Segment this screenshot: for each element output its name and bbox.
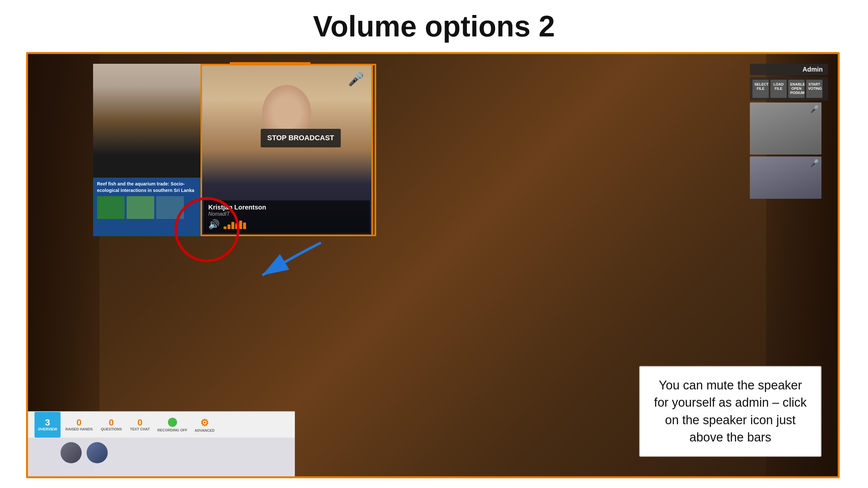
admin-label: Admin bbox=[750, 64, 828, 75]
speaker-name-overlay: Kristjan Lorentson NomadIT 🔊 bbox=[204, 200, 370, 233]
mute-icon: 🎤 bbox=[347, 70, 365, 88]
admin-video-2-mute-icon: 🎤 bbox=[810, 159, 819, 167]
speaker-audio-controls[interactable]: 🔊 bbox=[208, 219, 365, 230]
participant-avatar-1[interactable] bbox=[34, 442, 56, 463]
advanced-tab[interactable]: ⚙ ADVANCED bbox=[192, 412, 218, 437]
recording-indicator bbox=[168, 418, 177, 427]
speaker-org: NomadIT bbox=[208, 211, 365, 217]
annotation-text: You can mute the speaker for yourself as… bbox=[654, 378, 807, 444]
annotation-text-box: You can mute the speaker for yourself as… bbox=[639, 366, 822, 457]
start-voting-button[interactable]: START VOTING bbox=[806, 80, 823, 98]
recording-label: RECORDING OFF bbox=[157, 428, 187, 432]
speaker-audio-icon[interactable]: 🔊 bbox=[208, 219, 220, 230]
slide-images bbox=[97, 196, 196, 219]
main-speaker-video: 🎤 STOP BROADCAST Kristjan Lorentson Noma… bbox=[200, 64, 373, 236]
admin-video-2: 🎤 bbox=[750, 157, 822, 199]
slide-image-2 bbox=[127, 196, 154, 219]
slide-content-area: Reef fish and the aquarium trade: Socio-… bbox=[93, 177, 200, 236]
speaker-name: Kristjan Lorentson bbox=[208, 204, 365, 211]
gear-icon: ⚙ bbox=[200, 417, 209, 428]
overview-count: 3 bbox=[45, 418, 50, 427]
vol-bar-3 bbox=[231, 222, 234, 229]
admin-video-1-mute-icon: 🎤 bbox=[810, 105, 819, 113]
control-bar: 3 OVERVIEW 0 RAISED HANDS 0 QUESTIONS 0 … bbox=[28, 411, 295, 476]
participant-avatar-2[interactable] bbox=[61, 442, 82, 463]
select-file-button[interactable]: SELECT FILE bbox=[752, 80, 769, 98]
control-tabs-row: 3 OVERVIEW 0 RAISED HANDS 0 QUESTIONS 0 … bbox=[28, 412, 295, 438]
participant-avatar-3[interactable] bbox=[87, 442, 108, 463]
page-title: Volume options 2 bbox=[0, 0, 868, 50]
participant-list-row bbox=[28, 438, 295, 467]
admin-buttons-row: SELECT FILE LOAD FILE ENABLE OPEN PODIUM… bbox=[750, 77, 828, 100]
stop-broadcast-button[interactable]: STOP BROADCAST bbox=[261, 129, 341, 148]
overview-label: OVERVIEW bbox=[38, 427, 57, 431]
questions-count: 0 bbox=[109, 418, 114, 427]
text-chat-label: TEXT CHAT bbox=[130, 427, 150, 431]
vol-bar-2 bbox=[227, 225, 230, 229]
top-left-speaker-video bbox=[93, 64, 200, 177]
speaker-video-bg bbox=[93, 64, 200, 177]
vol-bar-6 bbox=[243, 223, 246, 229]
slide-image-1 bbox=[97, 196, 125, 219]
questions-label: QUESTIONS bbox=[101, 427, 122, 431]
admin-panel: Admin SELECT FILE LOAD FILE ENABLE OPEN … bbox=[750, 64, 828, 199]
raised-hands-label: RAISED HANDS bbox=[65, 427, 93, 431]
overview-tab[interactable]: 3 OVERVIEW bbox=[34, 412, 61, 437]
vol-bar-4 bbox=[235, 223, 238, 229]
advanced-label: ADVANCED bbox=[195, 428, 215, 432]
volume-bars bbox=[224, 220, 246, 229]
raised-hands-count: 0 bbox=[76, 418, 82, 427]
raised-hands-tab[interactable]: 0 RAISED HANDS bbox=[62, 412, 96, 437]
annotation-blue-arrow bbox=[230, 239, 328, 279]
enable-open-podium-button[interactable]: ENABLE OPEN PODIUM bbox=[788, 80, 805, 98]
text-chat-tab[interactable]: 0 TEXT CHAT bbox=[127, 412, 153, 437]
slide-title: Reef fish and the aquarium trade: Socio-… bbox=[97, 181, 196, 194]
slide-image-3 bbox=[156, 196, 184, 219]
text-chat-count: 0 bbox=[137, 418, 143, 427]
vol-bar-5 bbox=[239, 221, 242, 229]
questions-tab[interactable]: 0 QUESTIONS bbox=[98, 412, 125, 437]
vol-bar-1 bbox=[224, 226, 226, 229]
recording-tab[interactable]: RECORDING OFF bbox=[155, 412, 190, 437]
load-file-button[interactable]: LOAD FILE bbox=[770, 80, 787, 98]
admin-video-1: 🎤 bbox=[750, 102, 822, 155]
main-video-frame: EMPHASIS FULL SCREEN Reef fish and the a… bbox=[26, 52, 840, 478]
